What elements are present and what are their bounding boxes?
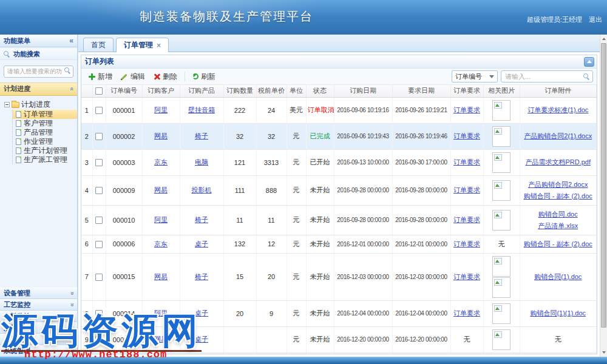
table-row[interactable]: 4 000009 网易 投影机 111 888 元 未开始 2016-09-28… xyxy=(81,175,597,205)
row-checkbox[interactable] xyxy=(95,336,103,343)
search-icon[interactable] xyxy=(64,67,71,74)
select-all-header[interactable] xyxy=(92,85,106,97)
attachment-link[interactable]: 购销合同(1)(1).doc xyxy=(521,309,595,318)
scroll-down-arrow-icon[interactable] xyxy=(600,349,607,357)
tab-item[interactable]: 订单管理× xyxy=(116,38,169,52)
attachment-link[interactable]: 产品购销合同2.docx xyxy=(521,180,595,189)
table-row[interactable]: 1 000001 阿里 壁挂音箱 222 24 美元 订单取消 2016-09-… xyxy=(81,97,597,123)
table-row[interactable]: 2 000002 网易 椅子 32 32 元 已完成 2016-09-06 10… xyxy=(81,123,597,149)
customer-link[interactable]: 网易 xyxy=(154,132,168,140)
order-requirement-link[interactable]: 订单要求 xyxy=(453,240,480,248)
table-row[interactable]: 8 000014 阿里 桌子 20 9 元 未开始 2016-12-04 00:… xyxy=(81,300,597,326)
order-requirement-link[interactable]: 订单要求 xyxy=(453,216,480,223)
collapse-left-icon[interactable]: « xyxy=(69,36,73,45)
product-link[interactable]: 椅子 xyxy=(195,216,208,223)
column-header[interactable]: 订单附件 xyxy=(520,85,597,97)
customer-link[interactable]: 京东 xyxy=(154,158,168,166)
row-checkbox[interactable] xyxy=(95,310,103,317)
attachment-link[interactable]: 订单要求标准(1).doc xyxy=(521,106,595,115)
search-icon[interactable] xyxy=(583,73,590,80)
customer-link[interactable]: 网易 xyxy=(154,186,168,194)
attachment-link[interactable]: 购销合同 - 副本 (2).doc xyxy=(521,240,595,249)
vertical-scrollbar[interactable] xyxy=(600,35,607,357)
tree-item[interactable]: 产品管理 xyxy=(13,128,77,137)
attachment-link[interactable]: 购销合同(1).doc xyxy=(521,272,595,281)
product-link[interactable]: 桌子 xyxy=(195,335,208,343)
delete-button[interactable]: 删除 xyxy=(150,70,181,83)
table-row[interactable]: 6 000006 京东 桌子 132 12 元 未开始 2016-12-01 0… xyxy=(81,235,597,253)
column-header[interactable]: 税前单价 xyxy=(256,85,287,97)
column-header[interactable]: 要求日期 xyxy=(392,85,450,97)
column-header[interactable]: 状态 xyxy=(306,85,334,97)
row-checkbox[interactable] xyxy=(95,133,103,140)
row-checkbox[interactable] xyxy=(95,217,103,224)
row-checkbox[interactable] xyxy=(95,107,103,114)
add-button[interactable]: 新增 xyxy=(85,70,116,83)
customer-link[interactable]: 网易 xyxy=(154,273,168,280)
attachment-link[interactable]: 产品购销合同2(1).docx xyxy=(521,132,595,141)
table-row[interactable]: 3 000003 京东 电脑 121 3313 元 已开始 2016-09-13… xyxy=(81,149,597,175)
customer-link[interactable]: 阿里 xyxy=(154,309,168,317)
customer-link[interactable]: 阿里 xyxy=(154,216,168,223)
table-row[interactable]: 订单要求标准(2).doc xyxy=(81,352,597,354)
row-checkbox[interactable] xyxy=(95,159,103,166)
accordion-header[interactable]: 物料监控« xyxy=(0,311,77,322)
column-header[interactable]: 订单要求 xyxy=(450,85,483,97)
tree-root-node[interactable]: 计划进度 xyxy=(4,99,77,110)
order-requirement-link[interactable]: 订单要求 xyxy=(453,158,480,166)
product-link[interactable]: 椅子 xyxy=(195,132,208,140)
scroll-up-arrow-icon[interactable] xyxy=(600,35,607,42)
product-link[interactable]: 壁挂音箱 xyxy=(188,106,215,113)
tree-collapse-icon[interactable] xyxy=(4,102,10,107)
tab-item[interactable]: 首页 xyxy=(83,38,114,52)
tree-item[interactable]: 作业管理 xyxy=(13,137,77,146)
accordion-header[interactable]: 系统管理« xyxy=(0,345,77,357)
search-field-dropdown[interactable]: 订单编号 xyxy=(452,70,498,83)
table-row[interactable]: 5 000010 阿里 椅子 11 11 元 未开始 2016-09-28 00… xyxy=(81,205,597,235)
product-link[interactable]: 桌子 xyxy=(195,240,208,248)
scrollbar-thumb[interactable] xyxy=(601,43,606,328)
table-row[interactable]: 9 000013 网易 桌子 元 未开始 2016-12-20 00:00:00… xyxy=(81,326,597,352)
select-all-checkbox[interactable] xyxy=(95,87,103,95)
attachment-link[interactable]: 产品清单.xlsx xyxy=(521,221,595,231)
product-link[interactable]: 椅子 xyxy=(195,273,208,280)
accordion-header[interactable]: 质量监控« xyxy=(0,322,77,334)
table-row[interactable]: 7 000015 网易 椅子 15 20 元 未开始 2016-12-03 00… xyxy=(81,253,597,300)
edit-button[interactable]: 编辑 xyxy=(117,70,149,83)
tree-item[interactable]: 客户管理 xyxy=(13,119,77,128)
order-requirement-link[interactable]: 订单要求 xyxy=(453,273,480,280)
customer-link[interactable]: 网易 xyxy=(154,335,168,343)
function-search-input[interactable] xyxy=(4,66,73,78)
order-search-input[interactable] xyxy=(501,70,593,83)
attachment-link[interactable]: 购销合同 - 副本 (2).doc xyxy=(521,192,595,201)
column-header[interactable]: 订购数量 xyxy=(223,85,256,97)
tree-item[interactable]: 订单管理 xyxy=(13,110,77,119)
column-header[interactable]: 订购客户 xyxy=(142,85,180,97)
customer-link[interactable]: 阿里 xyxy=(154,106,168,113)
product-link[interactable]: 电脑 xyxy=(195,158,208,166)
product-link[interactable]: 投影机 xyxy=(192,186,212,194)
function-search-header[interactable]: 功能搜索 xyxy=(0,49,77,60)
order-requirement-link[interactable]: 订单要求 xyxy=(453,106,480,113)
logout-link[interactable]: 退出 xyxy=(589,16,602,23)
refresh-button[interactable]: 刷新 xyxy=(189,70,219,83)
attachment-link[interactable]: 购销合同.doc xyxy=(521,210,595,219)
row-checkbox[interactable] xyxy=(95,187,103,194)
tree-item[interactable]: 生产计划管理 xyxy=(13,146,77,155)
row-checkbox[interactable] xyxy=(95,274,103,281)
column-header[interactable]: 订购产品 xyxy=(180,85,223,97)
tab-close-icon[interactable]: × xyxy=(157,41,161,50)
order-requirement-link[interactable]: 订单要求 xyxy=(453,309,480,317)
accordion-header[interactable]: 工艺监控« xyxy=(0,299,77,311)
tree-item[interactable]: 生产派工管理 xyxy=(13,155,77,164)
panel-collapse-button[interactable] xyxy=(584,57,594,67)
column-header[interactable]: 订单编号 xyxy=(106,85,142,97)
column-header[interactable]: 订购日期 xyxy=(334,85,392,97)
product-link[interactable]: 桌子 xyxy=(195,309,208,317)
column-header[interactable]: 相关图片 xyxy=(483,85,520,97)
customer-link[interactable]: 京东 xyxy=(154,240,168,248)
accordion-header[interactable]: 人员监控« xyxy=(0,334,77,345)
row-checkbox[interactable] xyxy=(95,241,103,248)
column-header[interactable]: 单位 xyxy=(287,85,306,97)
attachment-link[interactable]: 产品需求文档PRD.pdf xyxy=(521,158,595,167)
